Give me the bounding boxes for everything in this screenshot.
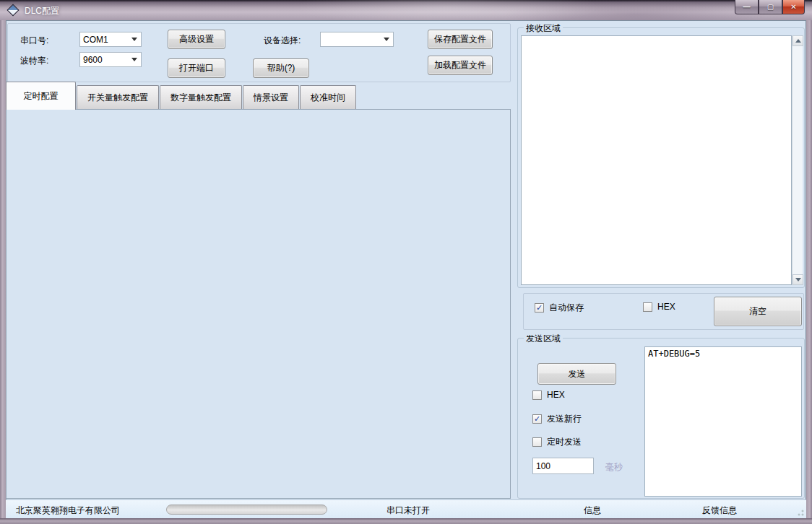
status-info-label: 信息 [584,505,601,517]
baud-rate-select[interactable]: 9600 [79,52,142,67]
receive-area-label: 接收区域 [524,22,563,35]
interval-input[interactable]: 100 [532,458,594,474]
help-question-button[interactable]: 帮助(?) [253,58,309,78]
receive-hex-checkbox[interactable] [643,302,652,312]
advanced-settings-button[interactable]: 高级设置 [168,30,225,49]
tab-page [6,109,511,499]
window-title: DLC配置 [25,5,59,17]
send-hex-label: HEX [547,390,565,400]
receive-scrollbar[interactable] [792,35,803,285]
send-textarea[interactable]: AT+DEBUG=5 [644,346,802,497]
tab-3[interactable]: 数字量触发配置 [160,85,242,110]
tab-label: 开关量触发配置 [87,92,148,104]
receive-clear-button[interactable]: 清空 [714,297,802,326]
window-frame-right [806,20,812,518]
tab-label: 校准时间 [311,92,345,104]
device-select[interactable] [320,32,394,47]
save-config-button[interactable]: 保存配置文件 [428,30,493,49]
titlebar-glass-sheen [0,0,812,20]
tab-label: 数字量触发配置 [170,92,231,104]
port-status-text: 串口未打开 [386,505,430,517]
window-frame-bottom [0,518,812,524]
interval-unit-label: 毫秒 [605,461,623,473]
send-area-label: 发送区域 [524,333,563,345]
autosave-checkbox[interactable]: ✓ [535,303,544,313]
scroll-down-icon[interactable] [792,274,803,285]
send-button[interactable]: 发送 [537,363,616,385]
receive-textarea[interactable] [521,35,792,285]
tab-5[interactable]: 校准时间 [300,85,356,110]
resize-grip-icon[interactable] [795,507,804,516]
com-port-select[interactable]: COM1 [79,32,142,47]
timed-send-checkbox[interactable] [532,437,542,447]
open-port-button[interactable]: 打开端口 [168,58,225,78]
app-window: DLC配置 — ▢ ✕ 串口号: COM1 波特率: 9600 高级设置 打开端… [0,0,812,524]
tab-bar: 定时配置开关量触发配置数字量触发配置情景设置校准时间 [6,82,357,110]
send-newline-label: 发送新行 [547,413,582,425]
status-feedback-label: 反馈信息 [702,505,737,517]
maximize-button[interactable]: ▢ [759,0,782,14]
receive-hex-label: HEX [657,302,675,312]
device-select-label: 设备选择: [264,35,301,47]
close-button[interactable]: ✕ [782,0,805,14]
minimize-button[interactable]: — [735,0,759,14]
baud-rate-value: 9600 [83,55,103,65]
com-port-value: COM1 [83,35,108,45]
progress-bar [166,505,327,515]
tab-2[interactable]: 开关量触发配置 [77,85,159,110]
title-bar[interactable]: DLC配置 — ▢ ✕ [0,0,812,20]
com-port-label: 串口号: [20,35,48,47]
tab-label: 定时配置 [24,90,59,102]
baud-rate-label: 波特率: [20,55,48,67]
company-name: 北京聚英翱翔电子有限公司 [16,505,120,517]
send-newline-checkbox[interactable]: ✓ [532,414,542,424]
status-bar: 北京聚英翱翔电子有限公司 串口未打开 信息 反馈信息 [6,499,806,518]
window-frame-left [0,20,6,518]
autosave-label: 自动保存 [549,302,584,314]
load-config-button[interactable]: 加载配置文件 [428,56,493,75]
tab-label: 情景设置 [254,92,288,104]
tab-1[interactable]: 定时配置 [6,82,76,110]
scroll-up-icon[interactable] [792,35,803,46]
timed-send-label: 定时发送 [547,436,582,448]
send-hex-checkbox[interactable] [532,390,542,400]
tab-4[interactable]: 情景设置 [243,85,299,110]
